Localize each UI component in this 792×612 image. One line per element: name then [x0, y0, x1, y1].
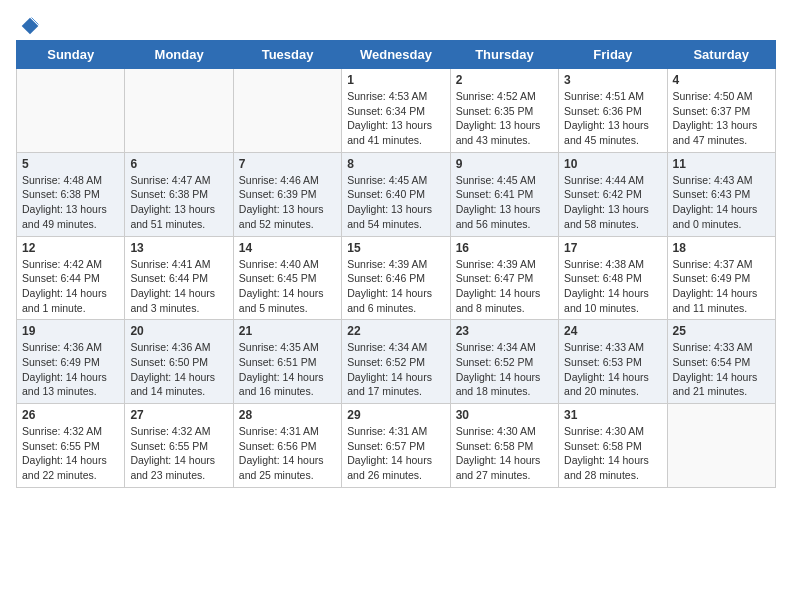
- day-info: Sunrise: 4:46 AM Sunset: 6:39 PM Dayligh…: [239, 173, 336, 232]
- day-number: 14: [239, 241, 336, 255]
- calendar-cell: 4Sunrise: 4:50 AM Sunset: 6:37 PM Daylig…: [667, 69, 775, 153]
- calendar-cell: 30Sunrise: 4:30 AM Sunset: 6:58 PM Dayli…: [450, 404, 558, 488]
- page-header: [16, 16, 776, 32]
- day-info: Sunrise: 4:32 AM Sunset: 6:55 PM Dayligh…: [22, 424, 119, 483]
- calendar-cell: 16Sunrise: 4:39 AM Sunset: 6:47 PM Dayli…: [450, 236, 558, 320]
- day-number: 26: [22, 408, 119, 422]
- day-info: Sunrise: 4:31 AM Sunset: 6:57 PM Dayligh…: [347, 424, 444, 483]
- day-number: 1: [347, 73, 444, 87]
- day-number: 18: [673, 241, 770, 255]
- calendar-cell: 24Sunrise: 4:33 AM Sunset: 6:53 PM Dayli…: [559, 320, 667, 404]
- calendar-cell: 21Sunrise: 4:35 AM Sunset: 6:51 PM Dayli…: [233, 320, 341, 404]
- day-number: 29: [347, 408, 444, 422]
- day-info: Sunrise: 4:41 AM Sunset: 6:44 PM Dayligh…: [130, 257, 227, 316]
- day-number: 8: [347, 157, 444, 171]
- calendar-cell: 15Sunrise: 4:39 AM Sunset: 6:46 PM Dayli…: [342, 236, 450, 320]
- day-info: Sunrise: 4:45 AM Sunset: 6:41 PM Dayligh…: [456, 173, 553, 232]
- day-number: 25: [673, 324, 770, 338]
- day-number: 20: [130, 324, 227, 338]
- calendar-cell: [17, 69, 125, 153]
- day-info: Sunrise: 4:34 AM Sunset: 6:52 PM Dayligh…: [456, 340, 553, 399]
- calendar-cell: 19Sunrise: 4:36 AM Sunset: 6:49 PM Dayli…: [17, 320, 125, 404]
- day-info: Sunrise: 4:36 AM Sunset: 6:50 PM Dayligh…: [130, 340, 227, 399]
- column-header-saturday: Saturday: [667, 41, 775, 69]
- day-number: 4: [673, 73, 770, 87]
- day-number: 30: [456, 408, 553, 422]
- calendar-cell: 6Sunrise: 4:47 AM Sunset: 6:38 PM Daylig…: [125, 152, 233, 236]
- calendar-cell: [125, 69, 233, 153]
- calendar-header-row: SundayMondayTuesdayWednesdayThursdayFrid…: [17, 41, 776, 69]
- day-number: 22: [347, 324, 444, 338]
- calendar-week-row: 26Sunrise: 4:32 AM Sunset: 6:55 PM Dayli…: [17, 404, 776, 488]
- calendar-cell: [233, 69, 341, 153]
- calendar-week-row: 5Sunrise: 4:48 AM Sunset: 6:38 PM Daylig…: [17, 152, 776, 236]
- day-number: 19: [22, 324, 119, 338]
- day-info: Sunrise: 4:34 AM Sunset: 6:52 PM Dayligh…: [347, 340, 444, 399]
- day-info: Sunrise: 4:53 AM Sunset: 6:34 PM Dayligh…: [347, 89, 444, 148]
- calendar-cell: 26Sunrise: 4:32 AM Sunset: 6:55 PM Dayli…: [17, 404, 125, 488]
- day-info: Sunrise: 4:35 AM Sunset: 6:51 PM Dayligh…: [239, 340, 336, 399]
- day-number: 16: [456, 241, 553, 255]
- day-info: Sunrise: 4:32 AM Sunset: 6:55 PM Dayligh…: [130, 424, 227, 483]
- calendar-cell: 14Sunrise: 4:40 AM Sunset: 6:45 PM Dayli…: [233, 236, 341, 320]
- day-number: 28: [239, 408, 336, 422]
- calendar-week-row: 12Sunrise: 4:42 AM Sunset: 6:44 PM Dayli…: [17, 236, 776, 320]
- calendar-week-row: 19Sunrise: 4:36 AM Sunset: 6:49 PM Dayli…: [17, 320, 776, 404]
- day-info: Sunrise: 4:39 AM Sunset: 6:47 PM Dayligh…: [456, 257, 553, 316]
- day-number: 3: [564, 73, 661, 87]
- calendar-cell: 1Sunrise: 4:53 AM Sunset: 6:34 PM Daylig…: [342, 69, 450, 153]
- calendar-cell: 23Sunrise: 4:34 AM Sunset: 6:52 PM Dayli…: [450, 320, 558, 404]
- day-info: Sunrise: 4:36 AM Sunset: 6:49 PM Dayligh…: [22, 340, 119, 399]
- day-info: Sunrise: 4:33 AM Sunset: 6:53 PM Dayligh…: [564, 340, 661, 399]
- logo-icon: [20, 16, 40, 36]
- calendar-cell: 18Sunrise: 4:37 AM Sunset: 6:49 PM Dayli…: [667, 236, 775, 320]
- day-number: 24: [564, 324, 661, 338]
- day-number: 9: [456, 157, 553, 171]
- day-info: Sunrise: 4:40 AM Sunset: 6:45 PM Dayligh…: [239, 257, 336, 316]
- calendar-cell: 25Sunrise: 4:33 AM Sunset: 6:54 PM Dayli…: [667, 320, 775, 404]
- calendar-cell: 27Sunrise: 4:32 AM Sunset: 6:55 PM Dayli…: [125, 404, 233, 488]
- calendar-cell: [667, 404, 775, 488]
- day-info: Sunrise: 4:51 AM Sunset: 6:36 PM Dayligh…: [564, 89, 661, 148]
- day-info: Sunrise: 4:33 AM Sunset: 6:54 PM Dayligh…: [673, 340, 770, 399]
- calendar-cell: 2Sunrise: 4:52 AM Sunset: 6:35 PM Daylig…: [450, 69, 558, 153]
- calendar-cell: 22Sunrise: 4:34 AM Sunset: 6:52 PM Dayli…: [342, 320, 450, 404]
- day-number: 13: [130, 241, 227, 255]
- calendar-cell: 12Sunrise: 4:42 AM Sunset: 6:44 PM Dayli…: [17, 236, 125, 320]
- day-number: 27: [130, 408, 227, 422]
- calendar-cell: 5Sunrise: 4:48 AM Sunset: 6:38 PM Daylig…: [17, 152, 125, 236]
- calendar-cell: 8Sunrise: 4:45 AM Sunset: 6:40 PM Daylig…: [342, 152, 450, 236]
- day-info: Sunrise: 4:44 AM Sunset: 6:42 PM Dayligh…: [564, 173, 661, 232]
- svg-marker-0: [22, 18, 39, 35]
- day-info: Sunrise: 4:37 AM Sunset: 6:49 PM Dayligh…: [673, 257, 770, 316]
- day-number: 23: [456, 324, 553, 338]
- calendar-cell: 20Sunrise: 4:36 AM Sunset: 6:50 PM Dayli…: [125, 320, 233, 404]
- day-number: 11: [673, 157, 770, 171]
- calendar-cell: 9Sunrise: 4:45 AM Sunset: 6:41 PM Daylig…: [450, 152, 558, 236]
- column-header-thursday: Thursday: [450, 41, 558, 69]
- column-header-wednesday: Wednesday: [342, 41, 450, 69]
- day-info: Sunrise: 4:48 AM Sunset: 6:38 PM Dayligh…: [22, 173, 119, 232]
- day-number: 12: [22, 241, 119, 255]
- day-number: 6: [130, 157, 227, 171]
- day-info: Sunrise: 4:52 AM Sunset: 6:35 PM Dayligh…: [456, 89, 553, 148]
- calendar-cell: 13Sunrise: 4:41 AM Sunset: 6:44 PM Dayli…: [125, 236, 233, 320]
- day-info: Sunrise: 4:45 AM Sunset: 6:40 PM Dayligh…: [347, 173, 444, 232]
- day-info: Sunrise: 4:38 AM Sunset: 6:48 PM Dayligh…: [564, 257, 661, 316]
- calendar-table: SundayMondayTuesdayWednesdayThursdayFrid…: [16, 40, 776, 488]
- calendar-cell: 10Sunrise: 4:44 AM Sunset: 6:42 PM Dayli…: [559, 152, 667, 236]
- day-number: 17: [564, 241, 661, 255]
- day-number: 2: [456, 73, 553, 87]
- day-info: Sunrise: 4:42 AM Sunset: 6:44 PM Dayligh…: [22, 257, 119, 316]
- calendar-cell: 28Sunrise: 4:31 AM Sunset: 6:56 PM Dayli…: [233, 404, 341, 488]
- logo: [16, 16, 40, 32]
- day-number: 10: [564, 157, 661, 171]
- day-number: 7: [239, 157, 336, 171]
- day-number: 31: [564, 408, 661, 422]
- day-info: Sunrise: 4:47 AM Sunset: 6:38 PM Dayligh…: [130, 173, 227, 232]
- day-info: Sunrise: 4:43 AM Sunset: 6:43 PM Dayligh…: [673, 173, 770, 232]
- calendar-cell: 17Sunrise: 4:38 AM Sunset: 6:48 PM Dayli…: [559, 236, 667, 320]
- day-info: Sunrise: 4:31 AM Sunset: 6:56 PM Dayligh…: [239, 424, 336, 483]
- day-number: 15: [347, 241, 444, 255]
- day-info: Sunrise: 4:50 AM Sunset: 6:37 PM Dayligh…: [673, 89, 770, 148]
